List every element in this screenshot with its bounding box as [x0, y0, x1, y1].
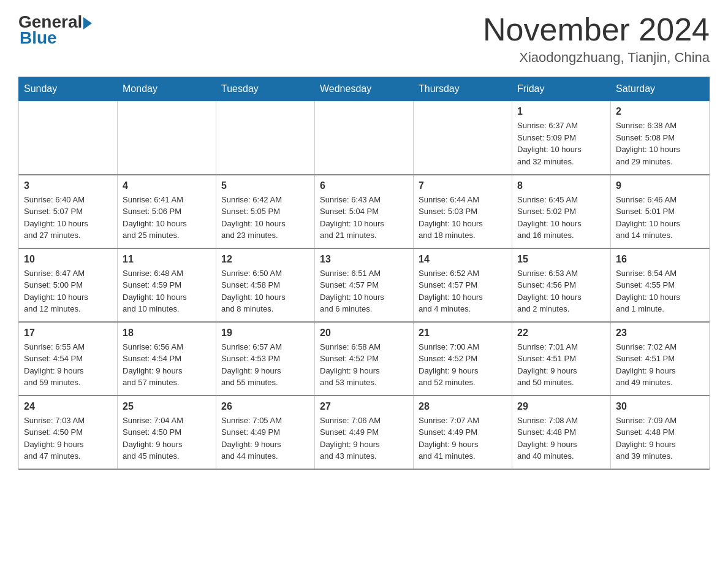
calendar-cell: 11Sunrise: 6:48 AM Sunset: 4:59 PM Dayli…: [118, 248, 216, 322]
calendar-cell: 1Sunrise: 6:37 AM Sunset: 5:09 PM Daylig…: [512, 101, 611, 175]
day-info: Sunrise: 7:09 AM Sunset: 4:48 PM Dayligh…: [616, 415, 704, 462]
day-info: Sunrise: 7:03 AM Sunset: 4:50 PM Dayligh…: [24, 415, 112, 462]
day-number: 11: [123, 254, 211, 265]
day-number: 10: [24, 254, 112, 265]
week-row-1: 1Sunrise: 6:37 AM Sunset: 5:09 PM Daylig…: [19, 101, 710, 175]
day-number: 29: [517, 401, 605, 412]
day-number: 1: [517, 106, 605, 117]
calendar-cell: [118, 101, 216, 175]
calendar-cell: 2Sunrise: 6:38 AM Sunset: 5:08 PM Daylig…: [611, 101, 710, 175]
calendar-cell: 29Sunrise: 7:08 AM Sunset: 4:48 PM Dayli…: [512, 396, 611, 469]
calendar-cell: 24Sunrise: 7:03 AM Sunset: 4:50 PM Dayli…: [19, 396, 118, 469]
header-wednesday: Wednesday: [315, 77, 414, 101]
day-info: Sunrise: 7:07 AM Sunset: 4:49 PM Dayligh…: [419, 415, 507, 462]
calendar-cell: 21Sunrise: 7:00 AM Sunset: 4:52 PM Dayli…: [414, 322, 512, 396]
day-info: Sunrise: 6:46 AM Sunset: 5:01 PM Dayligh…: [616, 194, 704, 242]
header-saturday: Saturday: [611, 77, 710, 101]
calendar-cell: [19, 101, 118, 175]
header-friday: Friday: [512, 77, 611, 101]
calendar-cell: 7Sunrise: 6:44 AM Sunset: 5:03 PM Daylig…: [414, 175, 512, 248]
day-number: 6: [320, 180, 408, 191]
day-info: Sunrise: 6:58 AM Sunset: 4:52 PM Dayligh…: [320, 341, 408, 389]
calendar-cell: 23Sunrise: 7:02 AM Sunset: 4:51 PM Dayli…: [611, 322, 710, 396]
page-header: General Blue November 2024 Xiaodongzhuan…: [18, 12, 710, 66]
day-number: 14: [419, 254, 507, 265]
header-thursday: Thursday: [414, 77, 512, 101]
calendar-cell: 18Sunrise: 6:56 AM Sunset: 4:54 PM Dayli…: [118, 322, 216, 396]
day-number: 15: [517, 254, 605, 265]
location-title: Xiaodongzhuang, Tianjin, China: [483, 50, 710, 66]
header-sunday: Sunday: [19, 77, 118, 101]
day-number: 17: [24, 327, 112, 339]
calendar-cell: 17Sunrise: 6:55 AM Sunset: 4:54 PM Dayli…: [19, 322, 118, 396]
logo-arrow-icon: [83, 17, 92, 29]
calendar-cell: 9Sunrise: 6:46 AM Sunset: 5:01 PM Daylig…: [611, 175, 710, 248]
day-info: Sunrise: 7:02 AM Sunset: 4:51 PM Dayligh…: [616, 341, 704, 389]
day-info: Sunrise: 7:05 AM Sunset: 4:49 PM Dayligh…: [221, 415, 309, 462]
calendar-cell: [216, 101, 315, 175]
day-info: Sunrise: 6:43 AM Sunset: 5:04 PM Dayligh…: [320, 194, 408, 242]
logo-blue-text: Blue: [20, 28, 57, 48]
week-row-3: 10Sunrise: 6:47 AM Sunset: 5:00 PM Dayli…: [19, 248, 710, 322]
day-number: 25: [123, 401, 211, 412]
day-number: 5: [221, 180, 309, 191]
day-number: 26: [221, 401, 309, 412]
calendar-cell: [414, 101, 512, 175]
header-tuesday: Tuesday: [216, 77, 315, 101]
calendar-cell: 10Sunrise: 6:47 AM Sunset: 5:00 PM Dayli…: [19, 248, 118, 322]
calendar-cell: 22Sunrise: 7:01 AM Sunset: 4:51 PM Dayli…: [512, 322, 611, 396]
calendar-cell: 13Sunrise: 6:51 AM Sunset: 4:57 PM Dayli…: [315, 248, 414, 322]
calendar-cell: 14Sunrise: 6:52 AM Sunset: 4:57 PM Dayli…: [414, 248, 512, 322]
day-info: Sunrise: 6:52 AM Sunset: 4:57 PM Dayligh…: [419, 267, 507, 315]
day-info: Sunrise: 6:57 AM Sunset: 4:53 PM Dayligh…: [221, 341, 309, 389]
day-number: 12: [221, 254, 309, 265]
calendar-cell: 8Sunrise: 6:45 AM Sunset: 5:02 PM Daylig…: [512, 175, 611, 248]
day-number: 28: [419, 401, 507, 412]
day-info: Sunrise: 6:37 AM Sunset: 5:09 PM Dayligh…: [517, 120, 605, 167]
month-title: November 2024: [483, 12, 710, 47]
day-number: 19: [221, 327, 309, 339]
day-number: 8: [517, 180, 605, 191]
day-info: Sunrise: 6:47 AM Sunset: 5:00 PM Dayligh…: [24, 267, 112, 315]
calendar-cell: [315, 101, 414, 175]
day-number: 7: [419, 180, 507, 191]
day-info: Sunrise: 6:55 AM Sunset: 4:54 PM Dayligh…: [24, 341, 112, 389]
day-number: 20: [320, 327, 408, 339]
day-info: Sunrise: 6:38 AM Sunset: 5:08 PM Dayligh…: [616, 120, 704, 167]
day-number: 4: [123, 180, 211, 191]
day-number: 3: [24, 180, 112, 191]
week-row-5: 24Sunrise: 7:03 AM Sunset: 4:50 PM Dayli…: [19, 396, 710, 469]
title-area: November 2024 Xiaodongzhuang, Tianjin, C…: [483, 12, 710, 66]
day-info: Sunrise: 6:54 AM Sunset: 4:55 PM Dayligh…: [616, 267, 704, 315]
day-number: 16: [616, 254, 704, 265]
calendar-cell: 28Sunrise: 7:07 AM Sunset: 4:49 PM Dayli…: [414, 396, 512, 469]
day-number: 21: [419, 327, 507, 339]
day-number: 13: [320, 254, 408, 265]
day-info: Sunrise: 6:44 AM Sunset: 5:03 PM Dayligh…: [419, 194, 507, 242]
day-number: 27: [320, 401, 408, 412]
day-number: 2: [616, 106, 704, 117]
day-info: Sunrise: 6:42 AM Sunset: 5:05 PM Dayligh…: [221, 194, 309, 242]
header-monday: Monday: [118, 77, 216, 101]
logo: General Blue: [18, 12, 92, 48]
day-info: Sunrise: 6:50 AM Sunset: 4:58 PM Dayligh…: [221, 267, 309, 315]
day-number: 24: [24, 401, 112, 412]
day-info: Sunrise: 6:48 AM Sunset: 4:59 PM Dayligh…: [123, 267, 211, 315]
calendar-header-row: SundayMondayTuesdayWednesdayThursdayFrid…: [19, 77, 710, 101]
calendar-cell: 4Sunrise: 6:41 AM Sunset: 5:06 PM Daylig…: [118, 175, 216, 248]
day-info: Sunrise: 6:40 AM Sunset: 5:07 PM Dayligh…: [24, 194, 112, 242]
calendar-cell: 6Sunrise: 6:43 AM Sunset: 5:04 PM Daylig…: [315, 175, 414, 248]
week-row-2: 3Sunrise: 6:40 AM Sunset: 5:07 PM Daylig…: [19, 175, 710, 248]
calendar-cell: 12Sunrise: 6:50 AM Sunset: 4:58 PM Dayli…: [216, 248, 315, 322]
calendar-cell: 27Sunrise: 7:06 AM Sunset: 4:49 PM Dayli…: [315, 396, 414, 469]
day-info: Sunrise: 6:45 AM Sunset: 5:02 PM Dayligh…: [517, 194, 605, 242]
calendar-cell: 19Sunrise: 6:57 AM Sunset: 4:53 PM Dayli…: [216, 322, 315, 396]
calendar-cell: 30Sunrise: 7:09 AM Sunset: 4:48 PM Dayli…: [611, 396, 710, 469]
day-number: 30: [616, 401, 704, 412]
day-info: Sunrise: 7:06 AM Sunset: 4:49 PM Dayligh…: [320, 415, 408, 462]
day-number: 22: [517, 327, 605, 339]
day-number: 23: [616, 327, 704, 339]
day-number: 9: [616, 180, 704, 191]
week-row-4: 17Sunrise: 6:55 AM Sunset: 4:54 PM Dayli…: [19, 322, 710, 396]
day-info: Sunrise: 6:53 AM Sunset: 4:56 PM Dayligh…: [517, 267, 605, 315]
